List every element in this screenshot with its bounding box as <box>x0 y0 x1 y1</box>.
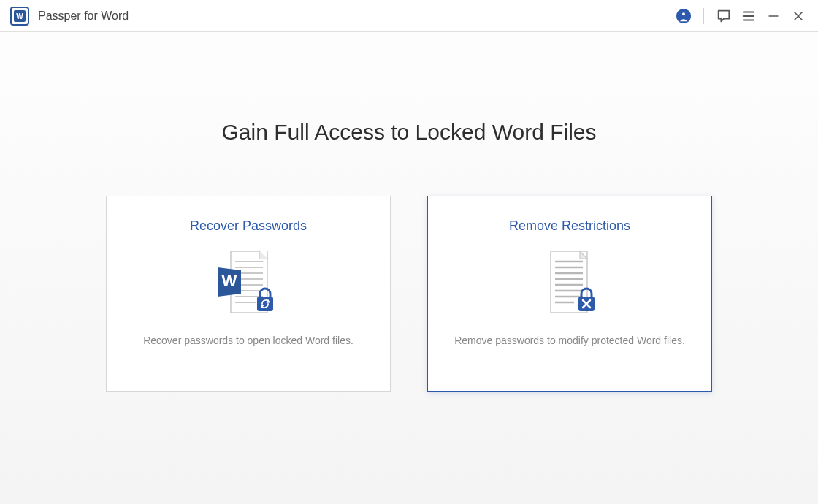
titlebar: W Passper for Word <box>0 0 818 32</box>
minimize-button[interactable] <box>761 4 786 28</box>
document-lock-remove-icon <box>533 248 606 320</box>
word-lock-sync-icon: W <box>212 248 285 320</box>
svg-point-4 <box>681 12 686 16</box>
app-window: W Passper for Word <box>0 0 818 504</box>
feedback-icon[interactable] <box>711 4 736 28</box>
app-title: Passper for Word <box>38 9 129 23</box>
card-desc: Recover passwords to open locked Word fi… <box>143 335 353 346</box>
card-title: Remove Restrictions <box>509 218 630 234</box>
page-title: Gain Full Access to Locked Word Files <box>222 120 597 145</box>
card-desc: Remove passwords to modify protected Wor… <box>454 335 685 346</box>
card-remove-restrictions[interactable]: Remove Restrictions <box>427 196 712 392</box>
card-title: Recover Passwords <box>190 218 307 234</box>
menu-icon[interactable] <box>736 4 761 28</box>
account-icon[interactable] <box>671 4 696 28</box>
card-recover-passwords[interactable]: Recover Passwords <box>106 196 391 392</box>
toolbar-separator <box>703 8 704 24</box>
option-cards: Recover Passwords <box>106 196 712 392</box>
main-content: Gain Full Access to Locked Word Files Re… <box>0 32 818 504</box>
close-button[interactable] <box>786 4 811 28</box>
app-logo-icon: W <box>10 7 29 26</box>
svg-rect-25 <box>257 297 273 311</box>
svg-text:W: W <box>16 12 23 20</box>
svg-text:W: W <box>222 272 237 290</box>
